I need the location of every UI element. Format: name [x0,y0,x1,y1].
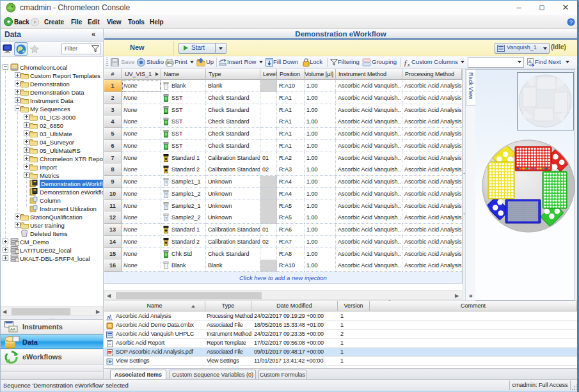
svg-text:A: A [528,59,532,65]
svg-text:?: ? [165,216,168,221]
svg-text:PDF: PDF [108,351,113,354]
svg-text:?: ? [165,180,168,185]
svg-text:?: ? [569,19,573,26]
svg-text:x: x [407,62,410,67]
svg-text:?: ? [165,205,168,209]
svg-text:AA: AA [10,327,15,331]
svg-text:?: ? [165,192,168,197]
